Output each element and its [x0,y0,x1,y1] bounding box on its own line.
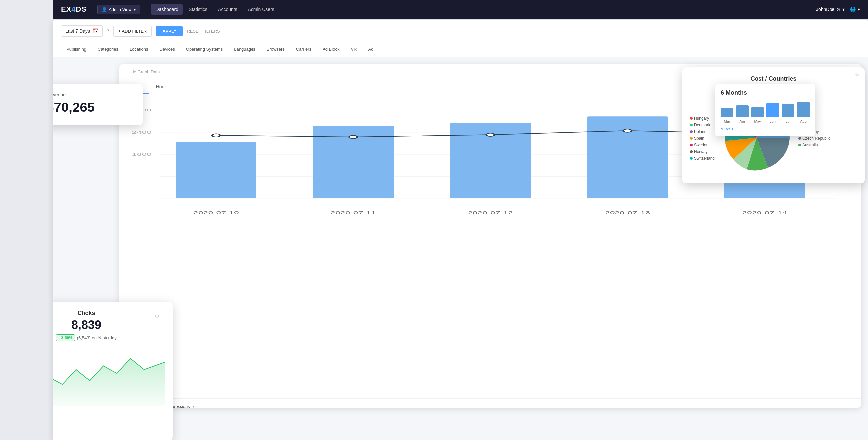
pie-gear-icon[interactable]: ⚙ [855,71,859,77]
month-bar-jun [767,103,779,117]
tab-publishing[interactable]: Publishing [61,42,92,57]
date-range-picker[interactable]: Last 7 Days 📅 [61,25,102,36]
username-label: JohnDoe [816,7,835,12]
tab-languages[interactable]: Languages [228,42,260,57]
user-chevron-icon: ▾ [842,7,845,12]
today-card-label: Today - Network Revenue [53,92,135,97]
tab-browsers[interactable]: Browsers [261,42,290,57]
month-labels: Mar Apr May Jun Jul Aug [721,120,810,123]
hungary-label: Hungary [694,116,709,121]
pie-label-czech-republic: Czech Republic [798,136,830,141]
pie-label-norway: Norway [690,149,715,154]
main-card: Last 7 Days 📅 ? + ADD FILTER APPLY RESET… [53,20,868,440]
tab-devices[interactable]: Devices [154,42,180,57]
clicks-comparison: (6,543) on Yesterday [77,336,117,341]
pie-label-spain: Spain [690,136,715,141]
nav-admin-users[interactable]: Admin Users [243,4,279,14]
revenue-value: €570,265 [53,100,95,115]
switzerland-dot [690,157,693,160]
clicks-badge-row: ↑ 2.65% (6,543) on Yesterday [53,335,164,341]
pie-label-switzerland: Switzerland [690,156,715,161]
month-bar-aug [797,102,810,117]
czech-label: Czech Republic [802,136,830,141]
svg-text:1600: 1600 [132,153,151,156]
nav-links: Dashboard Statistics Accounts Admin User… [151,4,279,14]
globe-icon: 🌐 [850,7,856,12]
tab-operating-systems[interactable]: Operating Systems [181,42,228,57]
sweden-label: Sweden [694,143,708,147]
chevron-down-icon: ▾ [731,126,734,131]
admin-view-button[interactable]: 👤 Admin View ▾ [97,5,140,14]
australia-dot [798,144,801,146]
month-label-jul: Jul [782,120,794,123]
month-bar-jul [782,104,794,117]
view-link[interactable]: View ▾ [721,126,810,131]
svg-point-17 [623,129,631,132]
nav-statistics[interactable]: Statistics [184,4,212,14]
tab-locations[interactable]: Locations [124,42,154,57]
spain-dot [690,137,693,140]
clicks-chart-svg [53,344,164,410]
tab-ad[interactable]: Ad [363,42,379,57]
apply-button[interactable]: APPLY [156,26,183,36]
svg-marker-24 [53,358,164,406]
spain-label: Spain [694,136,705,141]
user-menu-button[interactable]: JohnDoe ⊙ ▾ [816,7,845,12]
pie-label-sweden: Sweden [690,143,715,147]
impressions-dropdown-icon[interactable]: ▾ [193,405,194,408]
navbar: EX4DS 👤 Admin View ▾ Dashboard Statistic… [53,0,868,19]
pie-title: Cost / Countries [690,75,857,82]
pie-label-poland: Poland [690,129,715,134]
svg-point-14 [212,134,220,137]
clicks-gear-icon[interactable]: ⚙ [155,313,159,319]
svg-text:2020-07-12: 2020-07-12 [468,211,513,215]
main-content: Today - Network Revenue ↑ 12.83% €570,26… [53,57,868,440]
months-title: 6 Months [721,89,810,96]
month-label-mar: Mar [721,120,733,123]
svg-point-15 [349,135,358,138]
month-bar-apr [736,105,749,117]
person-icon: 👤 [101,7,107,12]
clicks-title: Clicks [53,310,164,317]
svg-point-16 [487,133,494,136]
month-label-apr: Apr [736,120,749,123]
date-range-label: Last 7 Days [65,28,90,33]
clicks-value: 8,839 [53,318,164,332]
add-filter-button[interactable]: + ADD FILTER [114,26,152,36]
nav-right: JohnDoe ⊙ ▾ 🌐 ▾ [816,7,860,12]
denmark-label: Denmark [694,123,710,127]
poland-label: Poland [694,129,706,134]
reset-filters-button[interactable]: RESET FILTERS [187,29,220,33]
australia-label: Australia [802,143,818,147]
today-revenue-card: Today - Network Revenue ↑ 12.83% €570,26… [53,84,143,125]
month-bar-may [751,107,764,117]
tab-ad-block[interactable]: Ad Block [317,42,345,57]
month-bar-mar [721,107,733,117]
svg-text:2020-07-10: 2020-07-10 [193,211,239,215]
month-label-aug: Aug [797,120,810,123]
help-icon[interactable]: ? [106,28,110,34]
hungary-dot [690,117,693,120]
pie-labels-left: Hungary Denmark Poland Spain [690,116,715,161]
tabs-row: Publishing Categories Locations Devices … [53,42,868,57]
tab-categories[interactable]: Categories [92,42,124,57]
month-label-may: May [751,120,764,123]
hide-graph-button[interactable]: Hide Graph Data [127,69,160,74]
svg-text:2400: 2400 [132,130,151,134]
denmark-dot [690,124,693,126]
pie-label-denmark: Denmark [690,123,715,127]
globe-chevron-icon: ▾ [858,7,860,12]
user-circle-icon: ⊙ [836,7,840,12]
calendar-icon: 📅 [93,28,98,33]
poland-dot [690,130,693,133]
logo-accent: 4 [71,5,76,13]
tab-carriers[interactable]: Carriers [291,42,316,57]
tab-vr[interactable]: VR [345,42,362,57]
tab-hour[interactable]: Hour [149,80,173,94]
nav-dashboard[interactable]: Dashboard [151,4,183,14]
sweden-dot [690,144,693,146]
globe-button[interactable]: 🌐 ▾ [850,7,860,12]
months-dropdown: 6 Months Mar Apr May Jun Jul Aug View ▾ [715,84,815,136]
nav-accounts[interactable]: Accounts [213,4,242,14]
svg-text:2020-07-13: 2020-07-13 [605,211,650,215]
